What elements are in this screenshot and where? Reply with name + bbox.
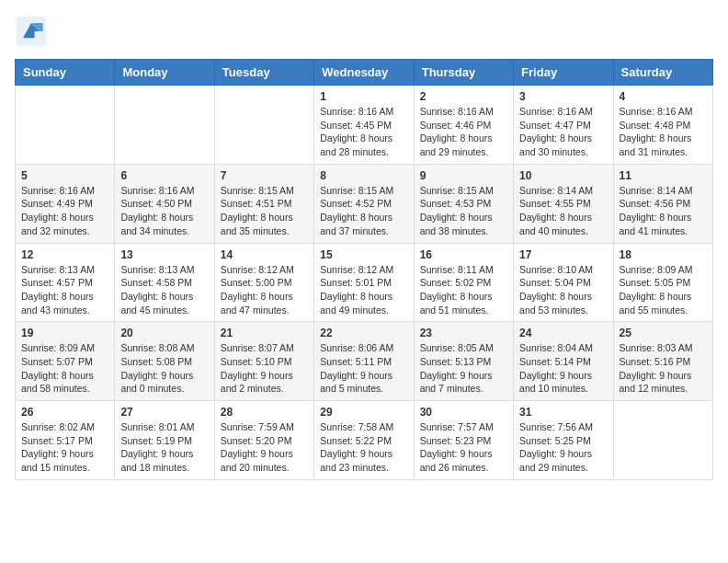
day-info: Sunrise: 8:06 AM Sunset: 5:11 PM Dayligh… [320, 341, 407, 396]
calendar-cell: 29Sunrise: 7:58 AM Sunset: 5:22 PM Dayli… [314, 401, 414, 480]
day-info: Sunrise: 8:12 AM Sunset: 5:00 PM Dayligh… [221, 263, 308, 317]
calendar-cell [16, 86, 115, 165]
day-number: 9 [420, 169, 507, 182]
calendar-cell: 4Sunrise: 8:16 AM Sunset: 4:48 PM Daylig… [613, 86, 712, 165]
day-number: 4 [620, 90, 707, 103]
calendar-cell: 19Sunrise: 8:09 AM Sunset: 5:07 PM Dayli… [16, 322, 115, 401]
calendar-cell: 21Sunrise: 8:07 AM Sunset: 5:10 PM Dayli… [214, 322, 313, 401]
calendar-cell: 12Sunrise: 8:13 AM Sunset: 4:57 PM Dayli… [16, 243, 115, 322]
calendar-cell: 17Sunrise: 8:10 AM Sunset: 5:04 PM Dayli… [514, 243, 613, 322]
day-info: Sunrise: 8:16 AM Sunset: 4:47 PM Dayligh… [519, 105, 607, 159]
calendar-cell [115, 86, 214, 165]
day-number: 24 [519, 327, 607, 339]
logo-icon [15, 15, 48, 48]
day-number: 10 [519, 169, 607, 182]
day-info: Sunrise: 8:15 AM Sunset: 4:51 PM Dayligh… [221, 184, 308, 238]
calendar-cell: 7Sunrise: 8:15 AM Sunset: 4:51 PM Daylig… [214, 164, 313, 243]
weekday-header-row: SundayMondayTuesdayWednesdayThursdayFrid… [16, 60, 713, 86]
weekday-header-wednesday: Wednesday [314, 60, 414, 86]
calendar-cell: 9Sunrise: 8:15 AM Sunset: 4:53 PM Daylig… [414, 164, 513, 243]
day-info: Sunrise: 8:15 AM Sunset: 4:52 PM Dayligh… [320, 184, 407, 238]
calendar-week-row: 26Sunrise: 8:02 AM Sunset: 5:17 PM Dayli… [16, 401, 713, 480]
day-number: 13 [120, 248, 208, 261]
calendar-week-row: 19Sunrise: 8:09 AM Sunset: 5:07 PM Dayli… [16, 322, 713, 401]
day-info: Sunrise: 8:01 AM Sunset: 5:19 PM Dayligh… [120, 420, 208, 475]
day-number: 27 [120, 406, 208, 419]
day-info: Sunrise: 8:04 AM Sunset: 5:14 PM Dayligh… [519, 341, 607, 396]
day-number: 28 [221, 406, 308, 419]
calendar-cell: 11Sunrise: 8:14 AM Sunset: 4:56 PM Dayli… [613, 164, 712, 243]
day-info: Sunrise: 8:12 AM Sunset: 5:01 PM Dayligh… [320, 263, 407, 317]
day-number: 2 [420, 90, 507, 103]
day-number: 23 [420, 327, 507, 339]
day-info: Sunrise: 8:13 AM Sunset: 4:58 PM Dayligh… [120, 263, 208, 317]
day-number: 26 [21, 406, 108, 419]
calendar-cell: 23Sunrise: 8:05 AM Sunset: 5:13 PM Dayli… [414, 322, 513, 401]
calendar-cell: 15Sunrise: 8:12 AM Sunset: 5:01 PM Dayli… [314, 243, 414, 322]
day-info: Sunrise: 8:03 AM Sunset: 5:16 PM Dayligh… [620, 341, 707, 396]
calendar-cell: 6Sunrise: 8:16 AM Sunset: 4:50 PM Daylig… [115, 164, 214, 243]
day-info: Sunrise: 8:11 AM Sunset: 5:02 PM Dayligh… [420, 263, 507, 317]
day-info: Sunrise: 7:59 AM Sunset: 5:20 PM Dayligh… [221, 420, 308, 475]
day-info: Sunrise: 8:08 AM Sunset: 5:08 PM Dayligh… [120, 341, 208, 396]
day-number: 30 [420, 406, 507, 419]
calendar-week-row: 5Sunrise: 8:16 AM Sunset: 4:49 PM Daylig… [16, 164, 713, 243]
day-number: 25 [620, 327, 707, 339]
day-info: Sunrise: 8:10 AM Sunset: 5:04 PM Dayligh… [519, 263, 607, 317]
day-number: 22 [320, 327, 407, 339]
calendar-cell: 27Sunrise: 8:01 AM Sunset: 5:19 PM Dayli… [115, 401, 214, 480]
day-number: 14 [221, 248, 308, 261]
day-info: Sunrise: 8:09 AM Sunset: 5:05 PM Dayligh… [620, 263, 707, 317]
day-number: 7 [221, 169, 308, 182]
day-number: 15 [320, 248, 407, 261]
calendar-week-row: 1Sunrise: 8:16 AM Sunset: 4:45 PM Daylig… [16, 86, 713, 165]
calendar-cell: 28Sunrise: 7:59 AM Sunset: 5:20 PM Dayli… [214, 401, 313, 480]
calendar-cell: 8Sunrise: 8:15 AM Sunset: 4:52 PM Daylig… [314, 164, 414, 243]
day-number: 29 [320, 406, 407, 419]
calendar-week-row: 12Sunrise: 8:13 AM Sunset: 4:57 PM Dayli… [16, 243, 713, 322]
day-number: 1 [320, 90, 407, 103]
day-number: 19 [21, 327, 108, 339]
calendar-cell: 24Sunrise: 8:04 AM Sunset: 5:14 PM Dayli… [514, 322, 613, 401]
calendar-cell: 3Sunrise: 8:16 AM Sunset: 4:47 PM Daylig… [514, 86, 613, 165]
calendar-cell: 2Sunrise: 8:16 AM Sunset: 4:46 PM Daylig… [414, 86, 513, 165]
day-number: 3 [519, 90, 607, 103]
weekday-header-monday: Monday [115, 60, 214, 86]
calendar-cell: 25Sunrise: 8:03 AM Sunset: 5:16 PM Dayli… [613, 322, 712, 401]
calendar-cell: 26Sunrise: 8:02 AM Sunset: 5:17 PM Dayli… [16, 401, 115, 480]
day-info: Sunrise: 8:05 AM Sunset: 5:13 PM Dayligh… [420, 341, 507, 396]
weekday-header-sunday: Sunday [16, 60, 115, 86]
day-info: Sunrise: 8:16 AM Sunset: 4:49 PM Dayligh… [21, 184, 108, 238]
day-number: 11 [620, 169, 707, 182]
day-info: Sunrise: 7:56 AM Sunset: 5:25 PM Dayligh… [519, 420, 607, 475]
weekday-header-friday: Friday [514, 60, 613, 86]
calendar-cell: 18Sunrise: 8:09 AM Sunset: 5:05 PM Dayli… [613, 243, 712, 322]
day-number: 18 [620, 248, 707, 261]
logo [15, 15, 51, 48]
calendar-cell: 20Sunrise: 8:08 AM Sunset: 5:08 PM Dayli… [115, 322, 214, 401]
day-number: 31 [519, 406, 607, 419]
day-info: Sunrise: 8:15 AM Sunset: 4:53 PM Dayligh… [420, 184, 507, 238]
day-number: 5 [21, 169, 108, 182]
weekday-header-thursday: Thursday [414, 60, 513, 86]
day-number: 16 [420, 248, 507, 261]
calendar-cell: 13Sunrise: 8:13 AM Sunset: 4:58 PM Dayli… [115, 243, 214, 322]
day-info: Sunrise: 8:14 AM Sunset: 4:56 PM Dayligh… [620, 184, 707, 238]
calendar-table: SundayMondayTuesdayWednesdayThursdayFrid… [15, 59, 713, 480]
day-number: 6 [120, 169, 208, 182]
weekday-header-saturday: Saturday [613, 60, 712, 86]
day-number: 20 [120, 327, 208, 339]
calendar-cell: 30Sunrise: 7:57 AM Sunset: 5:23 PM Dayli… [414, 401, 513, 480]
calendar-cell: 5Sunrise: 8:16 AM Sunset: 4:49 PM Daylig… [16, 164, 115, 243]
calendar-cell: 14Sunrise: 8:12 AM Sunset: 5:00 PM Dayli… [214, 243, 313, 322]
day-info: Sunrise: 7:58 AM Sunset: 5:22 PM Dayligh… [320, 420, 407, 475]
calendar-cell [214, 86, 313, 165]
calendar-cell: 22Sunrise: 8:06 AM Sunset: 5:11 PM Dayli… [314, 322, 414, 401]
day-number: 8 [320, 169, 407, 182]
page-header [15, 15, 713, 48]
calendar-cell: 16Sunrise: 8:11 AM Sunset: 5:02 PM Dayli… [414, 243, 513, 322]
day-info: Sunrise: 8:02 AM Sunset: 5:17 PM Dayligh… [21, 420, 108, 475]
day-number: 17 [519, 248, 607, 261]
day-number: 21 [221, 327, 308, 339]
weekday-header-tuesday: Tuesday [214, 60, 313, 86]
